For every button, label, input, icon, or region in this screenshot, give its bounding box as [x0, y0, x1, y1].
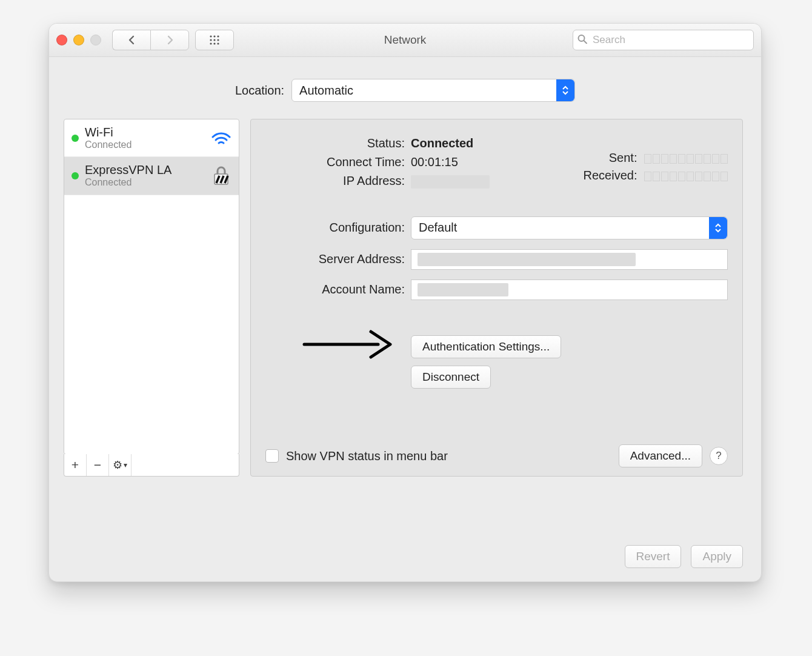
- content: Wi-Fi Connected ExpressVPN LA: [49, 119, 761, 477]
- footer-spacer: [131, 454, 239, 476]
- add-service-button[interactable]: +: [64, 454, 87, 476]
- service-actions-button[interactable]: ⚙︎▾: [109, 454, 131, 476]
- service-name: Wi-Fi: [85, 126, 205, 139]
- chevron-right-icon: [167, 35, 173, 45]
- grid-icon: [209, 35, 220, 45]
- status-label: Status:: [265, 136, 411, 150]
- network-prefs-window: Network Location: Automatic: [48, 23, 762, 582]
- search-icon: [577, 33, 587, 47]
- advanced-button[interactable]: Advanced...: [619, 444, 702, 467]
- service-list-footer: + − ⚙︎▾: [64, 454, 239, 477]
- account-name-field[interactable]: [411, 279, 728, 300]
- action-buttons: Authentication Settings... Disconnect: [411, 335, 728, 389]
- wifi-icon: [211, 131, 231, 146]
- svg-point-6: [210, 42, 211, 44]
- bottom-bar: Revert Apply: [625, 545, 744, 568]
- configuration-select[interactable]: Default: [411, 216, 728, 239]
- status-value: Connected: [411, 136, 728, 150]
- nav-back-forward: [112, 30, 189, 50]
- service-row-vpn[interactable]: ExpressVPN LA Connected: [64, 157, 239, 195]
- minimize-window-button[interactable]: [73, 35, 84, 45]
- detail-panel: Status: Connected Connect Time: 00:01:15…: [250, 119, 743, 477]
- chevron-down-icon: ▾: [124, 461, 127, 469]
- apply-button[interactable]: Apply: [691, 545, 743, 568]
- account-row: Account Name:: [265, 279, 728, 300]
- lock-icon: [211, 166, 231, 186]
- status-dot-icon: [72, 172, 79, 179]
- service-name: ExpressVPN LA: [85, 163, 205, 177]
- svg-point-5: [217, 39, 219, 41]
- service-list[interactable]: Wi-Fi Connected ExpressVPN LA: [64, 119, 239, 455]
- service-row-text: ExpressVPN LA Connected: [85, 163, 205, 188]
- forward-button[interactable]: [150, 30, 189, 50]
- account-label: Account Name:: [265, 283, 411, 296]
- location-row: Location: Automatic: [49, 57, 761, 119]
- chevron-left-icon: [128, 35, 135, 45]
- service-row-text: Wi-Fi Connected: [85, 126, 205, 150]
- config-form: Configuration: Default Server Address:: [265, 216, 728, 300]
- svg-point-8: [217, 42, 219, 44]
- help-button[interactable]: ?: [710, 447, 728, 465]
- search-wrap: [573, 30, 754, 50]
- sent-label: Sent:: [582, 151, 641, 165]
- zoom-window-button: [90, 35, 101, 45]
- traffic-stats: Sent: Received:: [582, 151, 728, 186]
- status-row: Status: Connected: [265, 136, 728, 150]
- close-window-button[interactable]: [56, 35, 67, 45]
- titlebar: Network: [49, 24, 761, 57]
- configuration-label: Configuration:: [265, 221, 411, 235]
- sent-meter-icon: [644, 154, 728, 164]
- svg-point-2: [217, 35, 219, 37]
- status-dot-icon: [72, 135, 79, 142]
- gear-icon: ⚙︎: [113, 458, 122, 472]
- configuration-row: Configuration: Default: [265, 216, 728, 239]
- location-label: Location:: [235, 84, 284, 98]
- panel-footer: Show VPN status in menu bar Advanced... …: [265, 444, 728, 467]
- location-select[interactable]: Automatic: [291, 79, 575, 102]
- show-vpn-status-label: Show VPN status in menu bar: [286, 449, 448, 463]
- updown-arrows-icon: [556, 79, 574, 101]
- revert-button[interactable]: Revert: [625, 545, 682, 568]
- search-input[interactable]: [573, 30, 754, 50]
- show-all-button[interactable]: [195, 30, 234, 50]
- server-address-field[interactable]: [411, 249, 728, 270]
- window-controls: [56, 35, 101, 45]
- remove-service-button[interactable]: −: [87, 454, 109, 476]
- ip-label: IP Address:: [265, 174, 411, 188]
- updown-arrows-icon: [709, 217, 727, 239]
- received-label: Received:: [582, 169, 641, 182]
- service-sidebar: Wi-Fi Connected ExpressVPN LA: [64, 119, 239, 477]
- service-status: Connected: [85, 177, 205, 188]
- svg-point-3: [210, 39, 211, 41]
- service-status: Connected: [85, 139, 205, 150]
- connect-time-label: Connect Time:: [265, 155, 411, 169]
- disconnect-button[interactable]: Disconnect: [411, 366, 491, 389]
- svg-point-7: [213, 42, 215, 44]
- back-button[interactable]: [112, 30, 150, 50]
- received-meter-icon: [644, 172, 728, 181]
- show-vpn-status-checkbox[interactable]: [265, 449, 279, 463]
- configuration-value: Default: [419, 221, 457, 235]
- service-row-wifi[interactable]: Wi-Fi Connected: [64, 119, 239, 157]
- auth-settings-button[interactable]: Authentication Settings...: [411, 335, 561, 358]
- svg-point-1: [213, 35, 215, 37]
- annotation-arrow-icon: [299, 323, 396, 366]
- server-label: Server Address:: [265, 252, 411, 266]
- svg-point-0: [210, 35, 211, 37]
- svg-point-4: [213, 39, 215, 41]
- svg-line-10: [584, 41, 587, 44]
- server-row: Server Address:: [265, 249, 728, 270]
- location-value: Automatic: [299, 84, 353, 98]
